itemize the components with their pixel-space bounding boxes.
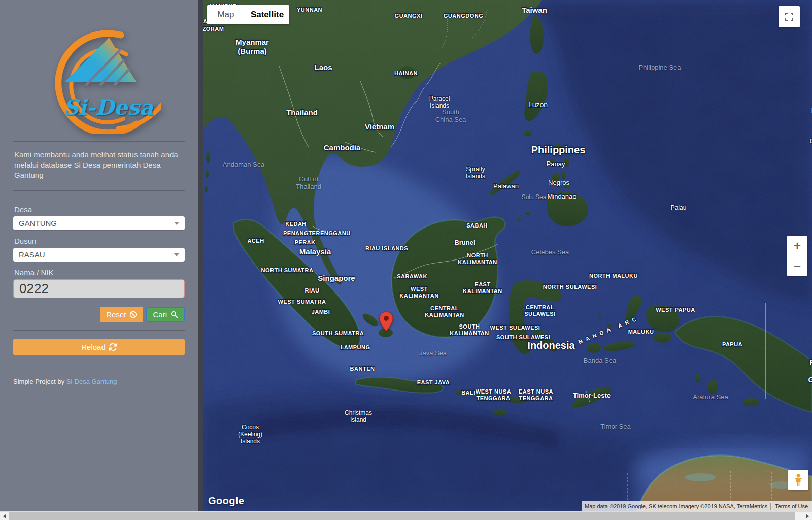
sidebar-map-gutter: [198, 0, 203, 511]
pegman-icon: [793, 473, 804, 486]
reset-button-label: Reset: [106, 310, 126, 319]
horizontal-scrollbar[interactable]: [0, 511, 812, 520]
map[interactable]: MANIPURAZORAMYUNNANGUANGXIGUANGDONGTaiwa…: [203, 0, 812, 511]
map-marker[interactable]: [379, 311, 393, 332]
map-view-button[interactable]: Map: [207, 5, 245, 24]
search-icon: [171, 311, 178, 318]
cari-button[interactable]: Cari: [146, 307, 185, 322]
sidebar-footer: Simple Project by Si-Desa Gantung: [13, 378, 185, 385]
chevron-down-icon: [174, 253, 179, 256]
search-form: Desa GANTUNG Dusun RASAU Nama / NIK Rese…: [13, 205, 185, 355]
fullscreen-button[interactable]: [779, 6, 800, 27]
street-view-pegman-button[interactable]: [788, 470, 808, 490]
refresh-icon: [109, 343, 117, 351]
satellite-view-button[interactable]: Satellite: [245, 5, 289, 24]
zoom-in-button[interactable]: +: [787, 236, 807, 256]
nama-nik-label: Nama / NIK: [14, 268, 185, 277]
attribution-text: Map data ©2019 Google, SK telecom Imager…: [582, 503, 770, 509]
reset-button[interactable]: Reset: [100, 307, 143, 322]
zoom-control: + −: [787, 236, 807, 276]
dusun-selected-value: RASAU: [19, 250, 45, 259]
logo-text: Si-Desa: [63, 95, 154, 120]
sidebar: Si-Desa Si-Desa Kami membantu anda melih…: [0, 0, 198, 511]
terms-of-use-link[interactable]: Terms of Use: [770, 503, 812, 510]
form-actions: Reset Cari: [13, 307, 185, 322]
divider: [13, 330, 185, 331]
reload-button[interactable]: Reload: [13, 339, 185, 355]
sidebar-description: Kami membantu anda melihat status tanah …: [14, 150, 184, 180]
desa-selected-value: GANTUNG: [19, 219, 57, 228]
map-view-label: Map: [217, 10, 234, 20]
right-triangle-icon: [806, 514, 809, 518]
footer-link[interactable]: Si-Desa Gantung: [66, 378, 117, 385]
left-triangle-icon: [3, 514, 6, 518]
map-attribution: Map data ©2019 Google, SK telecom Imager…: [582, 501, 812, 511]
satellite-view-label: Satellite: [251, 10, 284, 20]
desa-label: Desa: [14, 205, 185, 214]
footer-text: Simple Project by: [13, 378, 64, 385]
dusun-select[interactable]: RASAU: [13, 248, 185, 262]
desa-select[interactable]: GANTUNG: [13, 216, 185, 230]
satellite-imagery: [203, 0, 812, 511]
nama-nik-input[interactable]: [13, 279, 185, 298]
cari-button-label: Cari: [153, 310, 167, 319]
google-logo[interactable]: Google: [208, 495, 244, 507]
dusun-label: Dusun: [14, 237, 185, 245]
fullscreen-icon: [785, 12, 794, 21]
scroll-right-arrow[interactable]: [803, 512, 812, 520]
scroll-left-arrow[interactable]: [0, 512, 9, 520]
app-logo: Si-Desa Si-Desa: [37, 22, 161, 134]
zoom-out-button[interactable]: −: [787, 256, 807, 277]
ban-icon: [129, 311, 137, 318]
chevron-down-icon: [174, 222, 179, 225]
si-desa-logo-graphic: Si-Desa Si-Desa: [37, 22, 161, 134]
map-type-control: Map Satellite: [207, 5, 289, 24]
app-root: Si-Desa Si-Desa Kami membantu anda melih…: [0, 0, 812, 520]
scrollbar-thumb[interactable]: [9, 512, 795, 520]
divider: [13, 190, 185, 191]
divider: [13, 141, 185, 142]
reload-button-label: Reload: [81, 343, 106, 351]
